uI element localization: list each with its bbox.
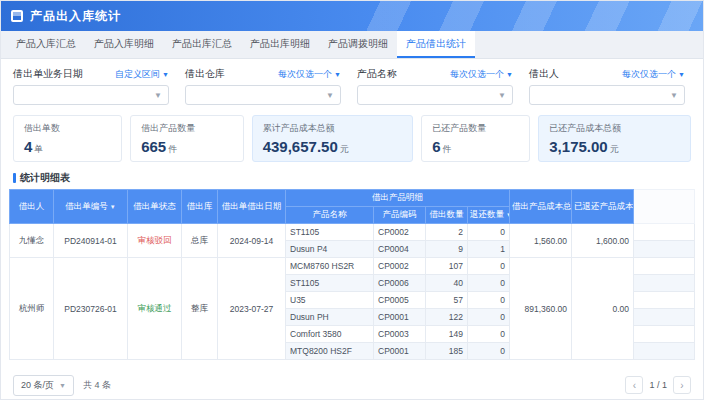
stat-card-lend-qty: 借出产品数量 665件 [130,115,244,162]
col-header-returned-cost[interactable]: 已退还产品成本总额(元) [572,190,634,224]
tab-inbound-detail[interactable]: 产品入库明细 [85,31,163,58]
filler-cell [634,258,695,275]
filter-bar: 借出单业务日期 自定义区间▼ ▼ 借出仓库 每次仅选一个▼ ▼ 产品名称 每次仅… [1,59,703,111]
product-code-cell: CP0005 [374,292,426,309]
returned-cost-cell: 0.00 [572,258,634,360]
stat-label: 借出产品数量 [141,122,233,135]
stat-cards-row: 借出单数 4单 借出产品数量 665件 累计产品成本总额 439,657.50元… [1,111,703,170]
col-header-product-name[interactable]: 产品名称 [286,207,374,224]
stat-label: 已还产品成本总额 [549,122,680,135]
borrower-select[interactable]: ▼ [529,85,685,105]
status-cell: 审核通过 [128,258,182,360]
filter-mode-dropdown[interactable]: 每次仅选一个▼ [622,68,685,81]
col-header-return-qty[interactable]: 退还数量▼ [468,207,510,224]
filter-lend-date: 借出单业务日期 自定义区间▼ ▼ [13,67,169,105]
chevron-down-icon: ▼ [670,91,678,100]
out-qty-cell: 107 [426,258,468,275]
stat-value: 4单 [24,138,111,156]
next-page-button[interactable]: › [673,376,691,394]
stat-value: 3,175.00元 [549,138,680,156]
col-header-cost-total[interactable]: 借出产品成本总额(元) [510,190,572,224]
product-name-cell: MTQ8200 HS2F [286,343,374,360]
filler-cell [634,224,695,241]
decorative-streaks [343,1,703,31]
tab-lend-statistics[interactable]: 产品借出统计 [397,31,475,58]
product-name-select[interactable]: ▼ [357,85,513,105]
top-header-bar: 产品出入库统计 [1,1,703,31]
warehouse-cell: 整库 [182,258,218,360]
chevron-down-icon: ▼ [154,91,162,100]
filter-lend-warehouse: 借出仓库 每次仅选一个▼ ▼ [185,67,341,105]
product-code-cell: CP0002 [374,258,426,275]
pagination-bar: 20 条/页 ▼ 共 4 条 ‹ 1 / 1 › [1,371,703,399]
page-title: 产品出入库统计 [30,8,121,25]
page-indicator: 1 / 1 [649,380,667,390]
chevron-down-icon: ▼ [59,382,66,389]
tab-outbound-detail[interactable]: 产品出库明细 [241,31,319,58]
table-row[interactable]: 九懂念PD240914-01审核驳回总库2024-09-14ST1105CP00… [10,224,695,241]
out-qty-cell: 185 [426,343,468,360]
tab-outbound-summary[interactable]: 产品出库汇总 [163,31,241,58]
col-header-product-group: 借出产品明细 [286,190,510,207]
out-qty-cell: 122 [426,309,468,326]
product-code-cell: CP0006 [374,275,426,292]
chevron-down-icon: ▼ [162,71,169,78]
tab-inbound-summary[interactable]: 产品入库汇总 [7,31,85,58]
stat-value: 665件 [141,138,233,156]
filter-mode-dropdown[interactable]: 自定义区间▼ [115,68,169,81]
out-qty-cell: 2 [426,224,468,241]
lend-warehouse-select[interactable]: ▼ [185,85,341,105]
detail-section-header: 统计明细表 [1,170,703,186]
stat-value: 6件 [432,138,519,156]
cost-total-cell: 1,560.00 [510,224,572,258]
chevron-down-icon: ▼ [334,71,341,78]
product-name-cell: Dusun PH [286,309,374,326]
col-header-order-no[interactable]: 借出单编号▼ [54,190,128,224]
filter-caret-icon[interactable]: ▼ [506,212,510,218]
col-header-warehouse[interactable]: 借出库 [182,190,218,224]
filter-mode-dropdown[interactable]: 每次仅选一个▼ [450,68,513,81]
status-cell: 审核驳回 [128,224,182,258]
warehouse-cell: 总库 [182,224,218,258]
filter-mode-dropdown[interactable]: 每次仅选一个▼ [278,68,341,81]
out-qty-cell: 9 [426,241,468,258]
page-size-select[interactable]: 20 条/页 ▼ [13,375,74,396]
filter-label-product-name: 产品名称 [357,67,397,81]
table-row[interactable]: 杭州师PD230726-01审核通过整库2023-07-27MCM8760 HS… [10,258,695,275]
filter-label-borrower: 借出人 [529,67,559,81]
filter-product-name: 产品名称 每次仅选一个▼ ▼ [357,67,513,105]
order-no-cell: PD240914-01 [54,224,128,258]
stat-label: 已还产品数量 [432,122,519,135]
prev-page-button[interactable]: ‹ [625,376,643,394]
stat-card-returned-cost: 已还产品成本总额 3,175.00元 [538,115,691,162]
borrower-cell: 九懂念 [10,224,54,258]
out-qty-cell: 149 [426,326,468,343]
lend-date-cell: 2023-07-27 [218,258,286,360]
filler-cell [634,275,695,292]
lend-date-select[interactable]: ▼ [13,85,169,105]
filter-label-lend-warehouse: 借出仓库 [185,67,225,81]
col-header-borrower[interactable]: 借出人 [10,190,54,224]
filter-caret-icon[interactable]: ▼ [110,204,116,210]
stat-card-returned-qty: 已还产品数量 6件 [421,115,530,162]
col-header-date[interactable]: 借出单借出日期 [218,190,286,224]
section-marker-icon [13,173,16,183]
product-code-cell: CP0004 [374,241,426,258]
col-header-out-qty[interactable]: 借出数量 [426,207,468,224]
cost-total-cell: 891,360.00 [510,258,572,360]
product-name-cell: U35 [286,292,374,309]
lend-date-cell: 2024-09-14 [218,224,286,258]
return-qty-cell: 0 [468,292,510,309]
filler-cell [634,343,695,360]
product-code-cell: CP0001 [374,343,426,360]
col-header-product-code[interactable]: 产品编码 [374,207,426,224]
tab-transfer-detail[interactable]: 产品调拨明细 [319,31,397,58]
filter-borrower: 借出人 每次仅选一个▼ ▼ [529,67,685,105]
statistics-table: 借出人 借出单编号▼ 借出单状态 借出库 借出单借出日期 借出产品明细 借出产品… [9,189,695,360]
col-header-status[interactable]: 借出单状态 [128,190,182,224]
product-name-cell: ST1105 [286,275,374,292]
filler-cell [634,241,695,258]
return-qty-cell: 0 [468,326,510,343]
filler-cell [634,326,695,343]
stat-label: 借出单数 [24,122,111,135]
